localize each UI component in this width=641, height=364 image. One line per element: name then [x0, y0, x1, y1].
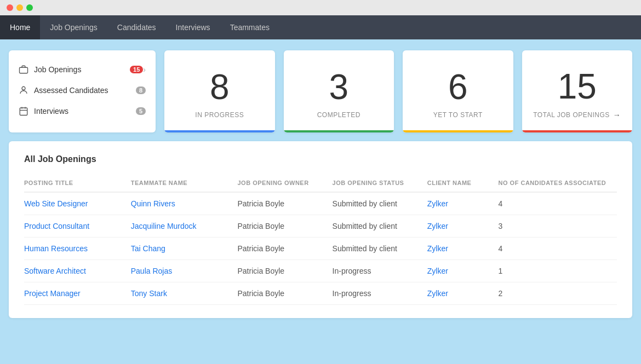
cell-status-0: Submitted by client: [333, 192, 427, 215]
cell-teammate-4: Tony Stark: [131, 282, 238, 305]
cell-client-1: Zylker: [427, 215, 499, 238]
sidebar-card: Job Openings 15 › Assessed Candidates 8: [9, 50, 156, 132]
briefcase-icon: [19, 65, 28, 74]
sidebar-job-openings-label: Job Openings: [34, 65, 127, 74]
table-row: Human Resources Tai Chang Patricia Boyle…: [24, 238, 617, 260]
teammate-link-0[interactable]: Quinn Rivers: [131, 199, 175, 208]
cell-teammate-0: Quinn Rivers: [131, 192, 238, 215]
cell-owner-1: Patricia Boyle: [238, 215, 333, 238]
table-header-row: POSTING TITLE TEAMMATE NAME JOB OPENING …: [24, 175, 617, 192]
stat-bar-completed: [284, 130, 394, 132]
stat-label-in-progress: IN PROGRESS: [195, 111, 244, 119]
stat-card-in-progress: 8 IN PROGRESS: [164, 50, 275, 132]
stat-number-completed: 3: [329, 70, 348, 105]
client-link-2[interactable]: Zylker: [427, 244, 448, 253]
nav-item-teammates[interactable]: Teammates: [220, 15, 279, 39]
cell-owner-2: Patricia Boyle: [238, 238, 333, 260]
assessed-badge: 8: [136, 86, 146, 94]
cell-status-3: In-progress: [333, 260, 427, 282]
nav-item-job-openings[interactable]: Job Openings: [40, 15, 107, 39]
cell-owner-0: Patricia Boyle: [238, 192, 333, 215]
cell-posting-2: Human Resources: [24, 238, 131, 260]
cell-owner-3: Patricia Boyle: [238, 260, 333, 282]
traffic-light-red[interactable]: [7, 4, 13, 11]
stat-card-total: 15 TOTAL JOB OPENINGS →: [522, 50, 633, 132]
stat-number-in-progress: 8: [210, 70, 230, 105]
calendar-icon: [19, 106, 28, 116]
job-openings-badge: 15: [130, 66, 143, 73]
stat-card-yet-to-start: 6 YET TO START: [403, 50, 513, 132]
sidebar-item-job-openings[interactable]: Job Openings 15 ›: [9, 59, 156, 80]
col-header-owner: JOB OPENING OWNER: [238, 175, 333, 192]
cell-posting-0: Web Site Designer: [24, 192, 131, 215]
svg-point-1: [22, 86, 25, 90]
cell-teammate-1: Jacquiline Murdock: [131, 215, 238, 238]
arrow-right-icon[interactable]: →: [613, 111, 621, 119]
cell-client-2: Zylker: [427, 238, 499, 260]
table-row: Web Site Designer Quinn Rivers Patricia …: [24, 192, 617, 215]
stat-label-completed: COMPLETED: [317, 111, 360, 119]
cell-teammate-2: Tai Chang: [131, 238, 238, 260]
chevron-right-icon: ›: [143, 65, 146, 74]
posting-link-3[interactable]: Software Architect: [24, 267, 86, 275]
nav-item-interviews[interactable]: Interviews: [166, 15, 220, 39]
teammate-link-4[interactable]: Tony Stark: [131, 289, 167, 298]
stat-label-total: TOTAL JOB OPENINGS →: [533, 111, 621, 119]
stat-number-total: 15: [558, 69, 597, 104]
posting-link-1[interactable]: Product Consultant: [24, 222, 89, 230]
teammate-link-3[interactable]: Paula Rojas: [131, 267, 173, 275]
stat-card-completed: 3 COMPLETED: [284, 50, 394, 132]
table-title: All Job Openings: [24, 154, 617, 164]
svg-rect-2: [20, 108, 27, 115]
cell-client-4: Zylker: [427, 282, 499, 305]
stat-bar-yet-to-start: [403, 130, 513, 132]
stat-cards: 8 IN PROGRESS 3 COMPLETED 6 YET TO START…: [164, 50, 632, 132]
nav-item-home[interactable]: Home: [0, 15, 40, 39]
cell-teammate-3: Paula Rojas: [131, 260, 238, 282]
posting-link-2[interactable]: Human Resources: [24, 244, 88, 253]
teammate-link-2[interactable]: Tai Chang: [131, 244, 165, 253]
cell-posting-4: Project Manager: [24, 282, 131, 305]
cell-posting-1: Product Consultant: [24, 215, 131, 238]
posting-link-4[interactable]: Project Manager: [24, 289, 81, 298]
col-header-client: CLIENT NAME: [427, 175, 499, 192]
cell-client-3: Zylker: [427, 260, 499, 282]
table-card: All Job Openings POSTING TITLE TEAMMATE …: [9, 141, 632, 318]
posting-link-0[interactable]: Web Site Designer: [24, 199, 88, 208]
stat-number-yet-to-start: 6: [448, 70, 468, 105]
teammate-link-1[interactable]: Jacquiline Murdock: [131, 222, 197, 230]
client-link-4[interactable]: Zylker: [427, 289, 448, 298]
top-section: Job Openings 15 › Assessed Candidates 8: [9, 50, 632, 132]
svg-rect-0: [20, 67, 28, 73]
col-header-teammate: TEAMMATE NAME: [131, 175, 238, 192]
cell-candidates-2: 4: [499, 238, 617, 260]
traffic-light-yellow[interactable]: [16, 4, 23, 11]
cell-candidates-0: 4: [499, 192, 617, 215]
cell-candidates-1: 3: [499, 215, 617, 238]
sidebar-item-interviews[interactable]: Interviews 5: [9, 101, 156, 122]
sidebar-item-assessed-candidates[interactable]: Assessed Candidates 8: [9, 80, 156, 101]
nav-item-candidates[interactable]: Candidates: [107, 15, 166, 39]
cell-candidates-4: 2: [499, 282, 617, 305]
cell-posting-3: Software Architect: [24, 260, 131, 282]
client-link-0[interactable]: Zylker: [427, 199, 448, 208]
person-icon: [19, 85, 28, 95]
cell-candidates-3: 1: [499, 260, 617, 282]
cell-status-2: Submitted by client: [333, 238, 427, 260]
client-link-1[interactable]: Zylker: [427, 222, 448, 230]
cell-client-0: Zylker: [427, 192, 499, 215]
main-content: Job Openings 15 › Assessed Candidates 8: [0, 39, 641, 329]
col-header-candidates: NO OF CANDIDATES ASSOCIATED: [499, 175, 617, 192]
cell-status-4: In-progress: [333, 282, 427, 305]
cell-owner-4: Patricia Boyle: [238, 282, 333, 305]
cell-status-1: Submitted by client: [333, 215, 427, 238]
col-header-status: JOB OPENING STATUS: [333, 175, 427, 192]
title-bar: [0, 0, 641, 15]
stat-bar-in-progress: [164, 130, 275, 132]
traffic-light-green[interactable]: [26, 4, 33, 11]
col-header-posting: POSTING TITLE: [24, 175, 131, 192]
interviews-badge: 5: [136, 107, 146, 115]
navbar: Home Job Openings Candidates Interviews …: [0, 15, 641, 39]
client-link-3[interactable]: Zylker: [427, 267, 448, 275]
table-row: Product Consultant Jacquiline Murdock Pa…: [24, 215, 617, 238]
